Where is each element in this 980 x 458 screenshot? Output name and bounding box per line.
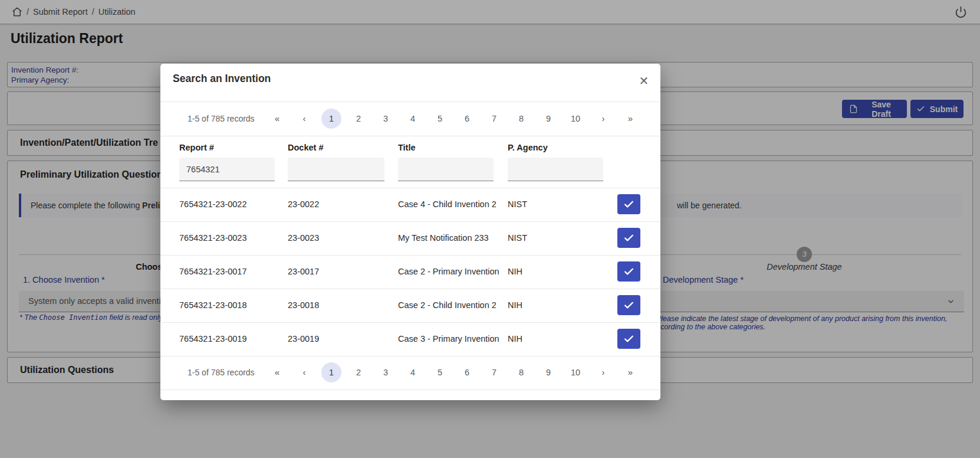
- pagination-page-3[interactable]: 3: [376, 362, 396, 382]
- cell-p-agency: NIH: [508, 255, 522, 289]
- select-invention-button[interactable]: [617, 295, 640, 315]
- cell-title: Case 4 - Child Invention 2: [398, 188, 496, 221]
- cell-report-number: 7654321-23-0022: [179, 188, 247, 221]
- cell-p-agency: NIH: [508, 322, 522, 356]
- pagination-prev[interactable]: ‹: [294, 362, 314, 382]
- table-row: 7654321-23-0023 23-0023 My Test Notifica…: [160, 221, 660, 255]
- cell-report-number: 7654321-23-0023: [179, 221, 247, 255]
- pagination-page-6[interactable]: 6: [457, 109, 477, 129]
- pagination-page-2[interactable]: 2: [348, 109, 369, 129]
- pagination-page-8[interactable]: 8: [511, 362, 531, 382]
- pagination-page-7[interactable]: 7: [484, 109, 504, 129]
- pagination-page-5[interactable]: 5: [430, 362, 450, 382]
- pagination-page-9[interactable]: 9: [538, 109, 558, 129]
- pagination-page-1[interactable]: 1: [321, 109, 341, 129]
- cell-title: Case 2 - Child Invention 2: [398, 289, 496, 322]
- cell-docket-number: 23-0022: [288, 188, 319, 221]
- pagination-top: 1-5 of 785 records « ‹ 1 2 3 4 5 6 7 8 9…: [160, 109, 660, 129]
- close-icon[interactable]: ✕: [635, 72, 653, 90]
- pagination-page-10[interactable]: 10: [565, 109, 586, 129]
- pagination-next[interactable]: ›: [593, 362, 613, 382]
- column-title: Title: [398, 136, 416, 159]
- cell-title: Case 2 - Primary Invention: [398, 255, 499, 289]
- table-row: 7654321-23-0022 23-0022 Case 4 - Child I…: [160, 188, 660, 221]
- pagination-page-6[interactable]: 6: [457, 362, 477, 382]
- cell-docket-number: 23-0018: [288, 289, 319, 322]
- select-invention-button[interactable]: [617, 228, 640, 248]
- table-row: 7654321-23-0018 23-0018 Case 2 - Child I…: [160, 289, 660, 322]
- pagination-page-2[interactable]: 2: [348, 362, 369, 382]
- pagination-page-4[interactable]: 4: [403, 362, 423, 382]
- pagination-page-10[interactable]: 10: [565, 362, 586, 382]
- title-filter-input[interactable]: [398, 158, 494, 181]
- pagination-page-3[interactable]: 3: [376, 109, 396, 129]
- cell-title: Case 3 - Primary Invention: [398, 322, 499, 356]
- cell-p-agency: NIST: [508, 188, 527, 221]
- pagination-page-4[interactable]: 4: [403, 109, 423, 129]
- pagination-next[interactable]: ›: [593, 109, 613, 129]
- cell-report-number: 7654321-23-0017: [179, 255, 247, 289]
- p-agency-filter-input[interactable]: [508, 158, 603, 181]
- dialog-title: Search an Invention: [173, 73, 271, 85]
- pagination-page-9[interactable]: 9: [538, 362, 558, 382]
- pagination-last[interactable]: »: [620, 109, 640, 129]
- cell-docket-number: 23-0017: [288, 255, 319, 289]
- select-invention-button[interactable]: [617, 194, 640, 214]
- cell-title: My Test Notification 233: [398, 221, 489, 255]
- select-invention-button[interactable]: [617, 261, 640, 282]
- pagination-last[interactable]: »: [620, 362, 640, 382]
- table-header: Report # Docket # Title P. Agency: [160, 136, 660, 158]
- pagination-page-8[interactable]: 8: [511, 109, 531, 129]
- cell-p-agency: NIH: [508, 289, 522, 322]
- column-report-number: Report #: [179, 136, 214, 159]
- pagination-bottom: 1-5 of 785 records « ‹ 1 2 3 4 5 6 7 8 9…: [160, 362, 660, 382]
- docket-number-filter-input[interactable]: [288, 158, 384, 181]
- cell-report-number: 7654321-23-0018: [179, 289, 247, 322]
- pagination-page-1[interactable]: 1: [321, 362, 341, 382]
- table-row: 7654321-23-0019 23-0019 Case 3 - Primary…: [160, 322, 660, 356]
- column-p-agency: P. Agency: [508, 136, 548, 159]
- pagination-first[interactable]: «: [267, 109, 287, 129]
- cell-report-number: 7654321-23-0019: [179, 322, 247, 356]
- cell-p-agency: NIST: [508, 221, 527, 255]
- select-invention-button[interactable]: [617, 329, 640, 349]
- table-row: 7654321-23-0017 23-0017 Case 2 - Primary…: [160, 255, 660, 289]
- pagination-page-5[interactable]: 5: [430, 109, 450, 129]
- pagination-first[interactable]: «: [267, 362, 287, 382]
- records-count: 1-5 of 785 records: [188, 109, 255, 129]
- records-count: 1-5 of 785 records: [188, 362, 255, 382]
- pagination-prev[interactable]: ‹: [294, 109, 314, 129]
- search-invention-dialog: Search an Invention ✕ 1-5 of 785 records…: [160, 64, 660, 400]
- cell-docket-number: 23-0023: [288, 221, 319, 255]
- cell-docket-number: 23-0019: [288, 322, 319, 356]
- column-docket-number: Docket #: [288, 136, 323, 159]
- pagination-page-7[interactable]: 7: [484, 362, 504, 382]
- report-number-filter-input[interactable]: [179, 158, 275, 181]
